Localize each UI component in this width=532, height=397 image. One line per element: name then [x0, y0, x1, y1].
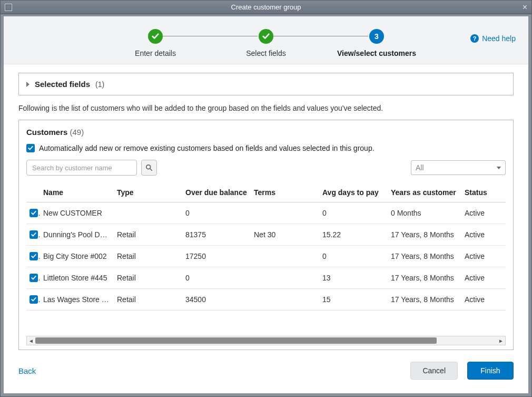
help-icon: ? — [470, 34, 479, 43]
cell-avgdays: 0 — [319, 246, 388, 267]
need-help-label: Need help — [482, 34, 516, 43]
table-row[interactable]: Dunning's Pool DepotRetail81375Net 3015.… — [26, 224, 506, 246]
col-balance[interactable]: Over due balance — [182, 183, 251, 202]
scroll-thumb[interactable] — [35, 337, 437, 344]
cell-status: Active — [461, 246, 506, 267]
cell-balance: 17250 — [182, 246, 251, 267]
col-name[interactable]: Name — [40, 183, 114, 202]
cancel-button[interactable]: Cancel — [410, 362, 458, 380]
system-menu-icon[interactable] — [5, 4, 12, 11]
selected-fields-accordion[interactable]: Selected fields (1) — [18, 73, 514, 95]
customers-heading-label: Customers — [26, 128, 67, 137]
step-3-label: View/select customers — [321, 49, 432, 57]
cell-status: Active — [461, 202, 506, 224]
check-icon — [28, 146, 33, 151]
cell-years: 0 Months — [388, 202, 461, 224]
auto-update-checkbox[interactable] — [26, 144, 35, 152]
description-text: Following is the list of customers who w… — [18, 104, 514, 112]
customers-count: (49) — [70, 128, 84, 137]
chevron-down-icon — [497, 167, 501, 169]
row-checkbox[interactable] — [29, 230, 38, 239]
search-input[interactable] — [26, 160, 137, 176]
customers-panel: Customers (49) Automatically add new or … — [18, 120, 514, 350]
cell-years: 17 Years, 8 Months — [388, 246, 461, 267]
cell-terms — [251, 246, 319, 267]
cell-name: New CUSTOMER — [40, 202, 114, 224]
accordion-label: Selected fields — [35, 80, 90, 89]
customers-table-wrap: Name Type Over due balance Terms Avg day… — [26, 183, 506, 335]
customers-toolbar: All — [26, 160, 506, 176]
cell-years: 17 Years, 8 Months — [388, 289, 461, 311]
finish-button[interactable]: Finish — [467, 362, 514, 380]
cell-avgdays: 13 — [319, 267, 388, 289]
need-help-link[interactable]: ? Need help — [470, 34, 516, 43]
cell-avgdays: 15.22 — [319, 224, 388, 246]
cell-avgdays: 0 — [319, 202, 388, 224]
back-link[interactable]: Back — [18, 366, 36, 375]
row-checkbox[interactable] — [29, 209, 38, 217]
search-button[interactable] — [141, 160, 157, 176]
cell-status: Active — [461, 289, 506, 311]
scroll-right-icon[interactable]: ► — [497, 336, 505, 345]
col-terms[interactable]: Terms — [251, 183, 319, 202]
row-checkbox[interactable] — [29, 252, 38, 260]
table-row[interactable]: Las Wages Store # 554Retail345001517 Yea… — [26, 289, 506, 311]
customers-heading: Customers (49) — [26, 128, 506, 137]
table-row[interactable]: New CUSTOMER000 MonthsActive — [26, 202, 506, 224]
filter-dropdown[interactable]: All — [411, 160, 506, 175]
cell-terms — [251, 202, 319, 224]
cell-name: Dunning's Pool Depot — [40, 224, 114, 246]
check-icon — [152, 33, 159, 40]
check-icon — [262, 33, 270, 40]
row-checkbox[interactable] — [29, 274, 38, 282]
cell-type: Retail — [114, 246, 182, 267]
chevron-right-icon — [26, 82, 29, 87]
cell-status: Active — [461, 224, 506, 246]
step-2-label: Select fields — [211, 49, 321, 57]
row-checkbox[interactable] — [29, 295, 38, 304]
cell-terms: Net 30 — [251, 224, 319, 246]
step-1: Enter details — [100, 29, 211, 57]
table-header-row: Name Type Over due balance Terms Avg day… — [26, 183, 506, 202]
step-indicator: Enter details Select fields 3 View/selec… — [97, 29, 435, 57]
cell-type: Retail — [114, 267, 182, 289]
wizard-footer: Back Cancel Finish — [4, 350, 528, 393]
table-row[interactable]: Big City Store #002Retail17250017 Years,… — [26, 246, 506, 267]
col-type[interactable]: Type — [114, 183, 182, 202]
cell-avgdays: 15 — [319, 289, 388, 311]
svg-line-1 — [150, 169, 152, 171]
filter-dropdown-value: All — [416, 163, 424, 172]
customers-table: Name Type Over due balance Terms Avg day… — [26, 183, 506, 311]
step-3-dot: 3 — [369, 29, 384, 44]
wizard-header: ? Need help Enter details Select field — [4, 16, 528, 64]
table-row[interactable]: Littleton Store #445Retail01317 Years, 8… — [26, 267, 506, 289]
cell-type — [114, 202, 182, 224]
step-1-dot — [148, 29, 163, 44]
cell-terms — [251, 289, 319, 311]
auto-update-label: Automatically add new or remove existing… — [39, 144, 375, 152]
close-icon[interactable]: × — [523, 3, 527, 12]
cell-name: Big City Store #002 — [40, 246, 114, 267]
col-avgdays[interactable]: Avg days to pay — [319, 183, 388, 202]
cell-balance: 0 — [182, 202, 251, 224]
cell-balance: 0 — [182, 267, 251, 289]
dialog-window: Create customer group × ? Need help Ente… — [0, 0, 532, 397]
cell-years: 17 Years, 8 Months — [388, 267, 461, 289]
accordion-count: (1) — [95, 80, 104, 89]
step-2: Select fields — [211, 29, 321, 57]
col-years[interactable]: Years as customer — [388, 183, 461, 202]
step-2-dot — [259, 29, 273, 44]
wizard-body: Selected fields (1) Following is the lis… — [4, 64, 528, 350]
cell-type: Retail — [114, 289, 182, 311]
horizontal-scrollbar[interactable]: ◄ ► — [26, 336, 506, 345]
window-title: Create customer group — [1, 3, 531, 11]
cell-name: Littleton Store #445 — [40, 267, 114, 289]
col-status[interactable]: Status — [461, 183, 506, 202]
scroll-left-icon[interactable]: ◄ — [27, 336, 35, 345]
search-icon — [145, 164, 153, 171]
cell-balance: 81375 — [182, 224, 251, 246]
cell-type: Retail — [114, 224, 182, 246]
cell-years: 17 Years, 8 Months — [388, 224, 461, 246]
scroll-track[interactable] — [35, 337, 497, 344]
cell-balance: 34500 — [182, 289, 251, 311]
